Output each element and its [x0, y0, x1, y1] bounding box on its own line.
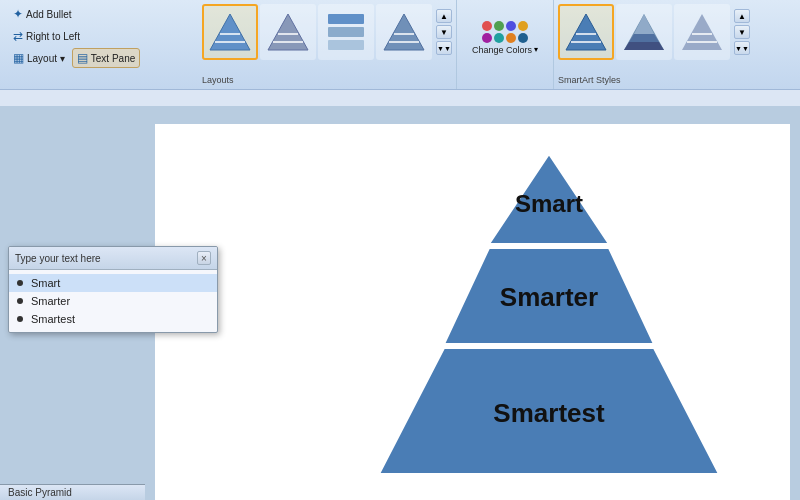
layout-pyramid-3-icon [380, 10, 428, 54]
layouts-scroll-down[interactable]: ▼ [436, 25, 452, 39]
slide-canvas: Smart Smarter Smartest [155, 124, 790, 500]
bullet-0 [17, 280, 23, 286]
svg-rect-6 [328, 14, 364, 24]
create-graphic-mid-row: ⇄ Right to Left [8, 26, 132, 46]
layouts-group: ▲ ▼ ▼▼ Layouts [198, 0, 457, 89]
svg-marker-9 [384, 14, 424, 50]
ribbon: ✦ Add Bullet ⇄ Right to Left ▦ Layout ▾ … [0, 0, 800, 90]
svg-marker-18 [624, 42, 664, 50]
text-pane-title: Type your text here [15, 253, 101, 264]
svg-text:Smarter: Smarter [499, 282, 597, 312]
layout-item-0[interactable] [202, 4, 258, 60]
pyramid-container: Smart Smarter Smartest [359, 144, 739, 486]
svg-marker-16 [634, 14, 654, 34]
layout-label: Layout ▾ [27, 53, 65, 64]
bullet-1 [17, 298, 23, 304]
change-colors-dropdown-icon: ▾ [534, 45, 538, 54]
layouts-scroll-up[interactable]: ▲ [436, 9, 452, 23]
smartart-inner: ▲ ▼ ▼▼ [558, 4, 796, 60]
layout-item-1[interactable] [260, 4, 316, 60]
layout-button[interactable]: ▦ Layout ▾ [8, 48, 70, 68]
change-colors-label-row: Change Colors ▾ [472, 45, 538, 55]
color-circle-green [494, 21, 504, 31]
color-circle-navy [518, 33, 528, 43]
layout-list-2-icon [322, 10, 370, 54]
layout-icon: ▦ [13, 51, 24, 65]
text-pane-item-0-label: Smart [31, 277, 60, 289]
bullet-2 [17, 316, 23, 322]
smartart-scroll-down[interactable]: ▼ [734, 25, 750, 39]
change-colors-label: Change Colors [472, 45, 532, 55]
create-graphic-top-row: ✦ Add Bullet [8, 4, 132, 24]
smartart-scroll: ▲ ▼ ▼▼ [734, 9, 750, 55]
svg-rect-7 [328, 27, 364, 37]
bottom-label-text: Basic Pyramid [8, 487, 72, 498]
layouts-label: Layouts [202, 75, 234, 85]
layouts-scroll-more[interactable]: ▼▼ [436, 41, 452, 55]
svg-marker-19 [682, 14, 722, 50]
color-circle-yellow [518, 21, 528, 31]
smartart-scroll-up[interactable]: ▲ [734, 9, 750, 23]
color-circle-red [482, 21, 492, 31]
add-bullet-icon: ✦ [13, 7, 23, 21]
right-to-left-button[interactable]: ⇄ Right to Left [8, 26, 85, 46]
bottom-label: Basic Pyramid [0, 484, 145, 500]
svg-marker-17 [629, 34, 659, 42]
right-to-left-label: Right to Left [26, 31, 80, 42]
text-pane-item-1[interactable]: Smarter [9, 292, 217, 310]
change-colors-group: Change Colors ▾ [457, 0, 554, 89]
text-pane-button[interactable]: ▤ Text Pane [72, 48, 140, 68]
svg-marker-0 [210, 14, 250, 50]
text-pane-label: Text Pane [91, 53, 135, 64]
color-circle-orange [506, 33, 516, 43]
slide-area[interactable]: Smart Smarter Smartest [145, 106, 800, 500]
add-bullet-label: Add Bullet [26, 9, 72, 20]
layout-pyramid-0-icon [206, 10, 254, 54]
layout-item-3[interactable] [376, 4, 432, 60]
layout-item-2[interactable] [318, 4, 374, 60]
create-graphic-group: ✦ Add Bullet ⇄ Right to Left ▦ Layout ▾ … [0, 0, 140, 89]
text-pane-item-2[interactable]: Smartest [9, 310, 217, 328]
smartart-pyramid-blue2-icon [678, 10, 726, 54]
svg-marker-3 [268, 14, 308, 50]
color-circle-purple [482, 33, 492, 43]
create-graphic-bot-row: ▦ Layout ▾ ▤ Text Pane [8, 48, 132, 68]
smartart-item-1[interactable] [616, 4, 672, 60]
change-colors-button[interactable]: Change Colors ▾ [465, 16, 545, 60]
smartart-styles-group: ▲ ▼ ▼▼ SmartArt Styles [554, 0, 800, 89]
text-pane-icon: ▤ [77, 51, 88, 65]
spacer [140, 0, 198, 89]
smartart-item-0[interactable] [558, 4, 614, 60]
smartart-pyramid-flat-icon [562, 10, 610, 54]
left-panel: Type your text here × Smart Smarter Smar… [0, 106, 145, 500]
right-to-left-icon: ⇄ [13, 29, 23, 43]
svg-text:Smartest: Smartest [493, 398, 605, 428]
smartart-scroll-more[interactable]: ▼▼ [734, 41, 750, 55]
text-pane-header: Type your text here × [9, 247, 217, 270]
text-pane-item-2-label: Smartest [31, 313, 75, 325]
layouts-scroll: ▲ ▼ ▼▼ [436, 9, 452, 55]
svg-rect-8 [328, 40, 364, 50]
pyramid-svg: Smart Smarter Smartest [359, 144, 739, 484]
smartart-pyramid-3d-icon [620, 10, 668, 54]
text-pane-close-button[interactable]: × [197, 251, 211, 265]
ruler [0, 90, 800, 106]
svg-rect-22 [0, 90, 800, 106]
color-circles [482, 21, 528, 31]
color-circle-blue [506, 21, 516, 31]
color-circle-teal [494, 33, 504, 43]
layout-pyramid-1-icon [264, 10, 312, 54]
color-circles-2 [482, 33, 528, 43]
text-pane-item-0[interactable]: Smart [9, 274, 217, 292]
text-pane-body: Smart Smarter Smartest [9, 270, 217, 332]
ruler-svg [0, 90, 800, 106]
add-bullet-button[interactable]: ✦ Add Bullet [8, 4, 77, 24]
text-pane-item-1-label: Smarter [31, 295, 70, 307]
smartart-styles-label: SmartArt Styles [558, 75, 621, 85]
smartart-item-2[interactable] [674, 4, 730, 60]
layouts-inner: ▲ ▼ ▼▼ [202, 4, 452, 60]
svg-marker-12 [566, 14, 606, 50]
text-pane: Type your text here × Smart Smarter Smar… [8, 246, 218, 333]
svg-text:Smart: Smart [514, 190, 582, 217]
main-content: Type your text here × Smart Smarter Smar… [0, 106, 800, 500]
